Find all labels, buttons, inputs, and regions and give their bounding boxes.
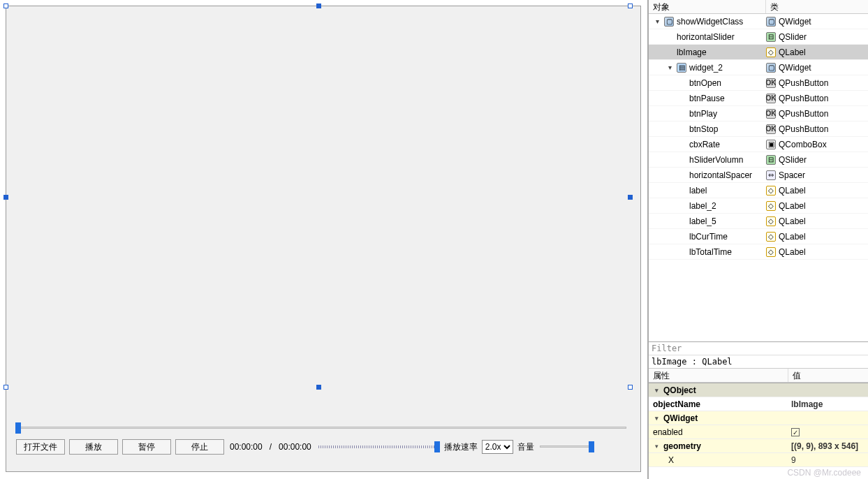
form-designer[interactable]: 打开文件 播放 暂停 停止 00:00:00 / 00:00:00 播放速率 2…: [0, 0, 648, 479]
slider-icon: ⊟: [766, 155, 776, 165]
object-name: btnOpen: [689, 78, 721, 88]
prop-value[interactable]: lbImage: [788, 399, 868, 409]
label-tag-icon: ◇: [766, 47, 776, 57]
expander-icon: [678, 202, 686, 210]
prop-value[interactable]: 9: [788, 455, 868, 465]
rate-label: 播放速率: [444, 441, 478, 453]
prop-row-objectName[interactable]: objectNamelbImage: [649, 397, 868, 411]
chevron-down-icon[interactable]: ▾: [653, 414, 661, 422]
prop-row-X[interactable]: X9: [649, 453, 868, 467]
tree-row-horizontalSpacer[interactable]: horizontalSpacer⇔Spacer: [649, 168, 868, 183]
tree-row-label_2[interactable]: label_2◇QLabel: [649, 198, 868, 214]
class-name: QLabel: [779, 216, 806, 226]
prop-row-geometry[interactable]: ▾geometry[(9, 9), 893 x 546]: [649, 439, 868, 453]
tree-row-label[interactable]: label◇QLabel: [649, 183, 868, 198]
class-name: QLabel: [779, 47, 806, 57]
prop-name: enabled: [653, 427, 683, 437]
spacer-icon: ⇔: [766, 170, 776, 180]
lb-cur-time: 00:00:00: [228, 442, 264, 452]
button-icon: OK: [766, 109, 776, 119]
form-canvas[interactable]: 打开文件 播放 暂停 停止 00:00:00 / 00:00:00 播放速率 2…: [6, 6, 641, 472]
prop-value[interactable]: [(9, 9), 893 x 546]: [788, 441, 868, 451]
prop-row-QWidget[interactable]: ▾QWidget: [649, 411, 868, 425]
class-info: lbImage : QLabel: [649, 355, 868, 369]
tree-row-btnPause[interactable]: btnPauseOKQPushButton: [649, 91, 868, 106]
class-name: QLabel: [779, 247, 806, 257]
class-name: QWidget: [779, 17, 811, 27]
class-name: QPushButton: [779, 78, 828, 88]
tree-row-lbCurTime[interactable]: lbCurTime◇QLabel: [649, 229, 868, 244]
class-name: QSlider: [779, 32, 807, 42]
object-name: lbTotalTime: [689, 247, 732, 257]
cbx-rate[interactable]: 2.0x: [482, 440, 513, 454]
prop-header: 属性 值: [649, 369, 868, 383]
tree-row-widget_2[interactable]: ▾▤widget_2▢QWidget: [649, 60, 868, 75]
label-tag-icon: ◇: [766, 201, 776, 211]
btn-open[interactable]: 打开文件: [16, 439, 65, 455]
horizontal-slider[interactable]: [12, 422, 632, 434]
object-name: lbImage: [677, 47, 707, 57]
tree-row-btnStop[interactable]: btnStopOKQPushButton: [649, 121, 868, 137]
tree-row-horizontalSlider[interactable]: horizontalSlider⊟QSlider: [649, 29, 868, 45]
widget-2-preview: 打开文件 播放 暂停 停止 00:00:00 / 00:00:00 播放速率 2…: [12, 420, 640, 459]
tree-row-btnOpen[interactable]: btnOpenOKQPushButton: [649, 75, 868, 91]
class-name: QLabel: [779, 232, 806, 242]
expander-icon: [678, 233, 686, 241]
prop-value[interactable]: ✓: [788, 427, 868, 437]
object-name: lbCurTime: [689, 232, 728, 242]
property-filter[interactable]: Filter: [649, 342, 868, 355]
btn-stop[interactable]: 停止: [175, 439, 224, 455]
expander-icon[interactable]: ▾: [665, 64, 674, 72]
object-name: btnStop: [689, 124, 718, 134]
expander-icon[interactable]: ▾: [653, 17, 661, 26]
vol-label: 音量: [517, 441, 534, 453]
object-name: btnPause: [689, 94, 725, 103]
class-name: QComboBox: [779, 140, 827, 149]
button-icon: OK: [766, 78, 776, 88]
chevron-down-icon[interactable]: ▾: [653, 442, 661, 450]
tree-row-label_5[interactable]: label_5◇QLabel: [649, 214, 868, 229]
tree-row-showWidgetClass[interactable]: ▾▢showWidgetClass▢QWidget: [649, 14, 868, 29]
tree-row-btnPlay[interactable]: btnPlayOKQPushButton: [649, 106, 868, 121]
object-name: widget_2: [689, 63, 723, 73]
class-name: QPushButton: [779, 124, 828, 134]
object-name: hSliderVolumn: [689, 155, 743, 165]
slider-icon: ⊟: [766, 32, 776, 42]
btn-pause[interactable]: 暂停: [122, 439, 171, 455]
expander-icon: [665, 48, 674, 57]
object-name: label_5: [689, 216, 716, 226]
stack-icon: ▤: [677, 63, 686, 73]
class-name: QWidget: [779, 63, 811, 73]
expander-icon: [678, 156, 686, 164]
property-editor[interactable]: ▾QObjectobjectNamelbImage▾QWidgetenabled…: [649, 383, 868, 479]
prop-row-enabled[interactable]: enabled✓: [649, 425, 868, 439]
label-tag-icon: ◇: [766, 186, 776, 196]
tree-header: 对象 类: [649, 0, 868, 14]
tree-row-lbImage[interactable]: lbImage◇QLabel: [649, 45, 868, 60]
prop-row-QObject[interactable]: ▾QObject: [649, 383, 868, 397]
expander-icon: [678, 125, 686, 133]
lbimage-selection: [6, 6, 630, 388]
tree-row-hSliderVolumn[interactable]: hSliderVolumn⊟QSlider: [649, 152, 868, 168]
time-sep: /: [268, 442, 273, 452]
chevron-down-icon[interactable]: ▾: [653, 386, 661, 394]
tree-header-object: 对象: [649, 0, 766, 13]
prop-name: X: [668, 455, 674, 465]
combo-icon: ▣: [766, 140, 776, 149]
class-name: QLabel: [779, 201, 806, 211]
expander-icon: [678, 140, 686, 149]
tree-row-cbxRate[interactable]: cbxRate▣QComboBox: [649, 137, 868, 152]
hslider-volumn[interactable]: [317, 441, 440, 452]
label-tag-icon: ◇: [766, 232, 776, 242]
expander-icon: [678, 171, 686, 179]
class-name: QSlider: [779, 155, 807, 165]
widget-icon: ▢: [766, 17, 776, 27]
widget-icon: ▢: [766, 63, 776, 73]
rate-slider[interactable]: [538, 441, 594, 452]
checkbox-icon[interactable]: ✓: [791, 428, 800, 436]
object-name: label: [689, 186, 707, 196]
btn-play[interactable]: 播放: [69, 439, 118, 455]
object-inspector[interactable]: 对象 类 ▾▢showWidgetClass▢QWidgethorizontal…: [649, 0, 868, 342]
tree-row-lbTotalTime[interactable]: lbTotalTime◇QLabel: [649, 244, 868, 260]
expander-icon: [678, 94, 686, 103]
